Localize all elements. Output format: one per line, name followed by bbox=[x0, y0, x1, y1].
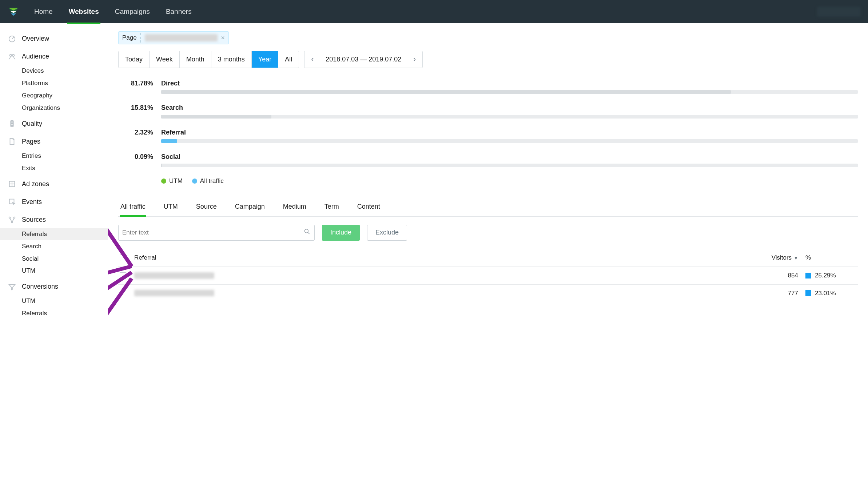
svg-point-6 bbox=[12, 125, 13, 126]
traffic-bar bbox=[161, 164, 858, 167]
traffic-source-chart: 81.78%Direct15.81%Search2.32%Referral0.0… bbox=[118, 79, 858, 185]
col-referral[interactable]: Referral bbox=[134, 253, 754, 262]
exclude-button[interactable]: Exclude bbox=[367, 225, 407, 241]
cell-referral bbox=[134, 290, 754, 296]
svg-point-1 bbox=[10, 54, 12, 56]
col-percent[interactable]: % bbox=[805, 253, 856, 262]
nav-banners[interactable]: Banners bbox=[164, 0, 193, 24]
sidebar-sub-conv-utm[interactable]: UTM bbox=[0, 295, 108, 307]
traffic-row: 2.32%Referral bbox=[122, 128, 858, 143]
sort-desc-icon: ▼ bbox=[794, 256, 798, 261]
tab-utm[interactable]: UTM bbox=[163, 198, 179, 216]
date-picker[interactable]: ‹ 2018.07.03 — 2019.07.02 › bbox=[304, 51, 423, 68]
range-today[interactable]: Today bbox=[119, 51, 150, 68]
sidebar-sub-utm[interactable]: UTM bbox=[0, 265, 108, 277]
traffic-bar bbox=[161, 90, 858, 94]
pct-swatch-icon bbox=[805, 273, 811, 278]
sidebar-label: Quality bbox=[22, 119, 42, 128]
traffic-name: Direct bbox=[161, 79, 858, 88]
filter-input[interactable] bbox=[122, 229, 303, 236]
legend-label: UTM bbox=[169, 177, 183, 185]
sidebar-sub-exits[interactable]: Exits bbox=[0, 162, 108, 175]
legend-all-traffic: All traffic bbox=[192, 177, 224, 185]
range-year[interactable]: Year bbox=[252, 51, 278, 68]
sidebar-sub-referrals[interactable]: Referrals bbox=[0, 228, 108, 240]
include-button[interactable]: Include bbox=[322, 225, 360, 241]
tab-term[interactable]: Term bbox=[324, 198, 340, 216]
date-range-label: 2018.07.03 — 2019.07.02 bbox=[320, 51, 406, 68]
svg-point-2 bbox=[12, 54, 14, 56]
next-range-button[interactable]: › bbox=[406, 54, 422, 65]
row-checkbox[interactable] bbox=[120, 290, 126, 296]
page-filter-chip[interactable]: Page × bbox=[118, 31, 229, 44]
sidebar-item-adzones[interactable]: Ad zones bbox=[0, 176, 108, 192]
sidebar-label: Ad zones bbox=[22, 180, 49, 189]
legend-utm: UTM bbox=[161, 177, 183, 185]
range-segments: Today Week Month 3 months Year All bbox=[118, 51, 299, 68]
sidebar-item-pages[interactable]: Pages bbox=[0, 133, 108, 150]
referrals-table: Referral Visitors▼ % 85425.29%77723.01% bbox=[118, 249, 858, 302]
sidebar-sub-social[interactable]: Social bbox=[0, 253, 108, 265]
tab-source[interactable]: Source bbox=[195, 198, 218, 216]
table-row[interactable]: 85425.29% bbox=[118, 267, 858, 285]
sidebar-sub-search[interactable]: Search bbox=[0, 240, 108, 253]
tab-medium[interactable]: Medium bbox=[282, 198, 307, 216]
user-menu[interactable] bbox=[817, 7, 861, 17]
sidebar-sub-devices[interactable]: Devices bbox=[0, 65, 108, 77]
sidebar-sub-entries[interactable]: Entries bbox=[0, 150, 108, 162]
legend-label: All traffic bbox=[200, 177, 224, 185]
page-filter-label: Page bbox=[122, 33, 137, 42]
page-icon bbox=[8, 137, 16, 145]
chart-legend: UTM All traffic bbox=[122, 177, 858, 185]
funnel-icon bbox=[8, 283, 16, 291]
page-filter-value bbox=[145, 34, 218, 41]
select-all-checkbox[interactable] bbox=[120, 254, 126, 261]
cell-referral bbox=[134, 272, 754, 279]
traffic-name: Social bbox=[161, 152, 858, 161]
sidebar-item-audience[interactable]: Audience bbox=[0, 48, 108, 65]
row-checkbox[interactable] bbox=[120, 272, 126, 279]
sidebar-item-overview[interactable]: Overview bbox=[0, 31, 108, 47]
close-icon[interactable]: × bbox=[221, 33, 225, 42]
svg-point-5 bbox=[12, 123, 13, 124]
nav-home[interactable]: Home bbox=[33, 0, 54, 24]
svg-point-10 bbox=[14, 217, 15, 218]
sidebar-label: Audience bbox=[22, 52, 49, 61]
cell-percent: 25.29% bbox=[805, 271, 856, 280]
sidebar-label: Events bbox=[22, 197, 42, 207]
tab-campaign[interactable]: Campaign bbox=[234, 198, 266, 216]
sidebar-label: Overview bbox=[22, 34, 49, 43]
table-filter-row: Include Exclude bbox=[118, 225, 858, 241]
nav-campaigns[interactable]: Campaigns bbox=[114, 0, 151, 24]
traffic-pct: 81.78% bbox=[122, 79, 153, 88]
filter-search-box[interactable] bbox=[118, 225, 315, 241]
users-icon bbox=[8, 53, 16, 61]
sidebar-label: Sources bbox=[22, 215, 46, 224]
sidebar-item-sources[interactable]: Sources bbox=[0, 212, 108, 228]
sidebar-item-conversions[interactable]: Conversions bbox=[0, 278, 108, 295]
sidebar-item-events[interactable]: Events bbox=[0, 194, 108, 210]
cell-percent: 23.01% bbox=[805, 289, 856, 298]
sidebar-sub-conv-referrals[interactable]: Referrals bbox=[0, 307, 108, 320]
sidebar-sub-organizations[interactable]: Organizations bbox=[0, 102, 108, 114]
sidebar-sub-geography[interactable]: Geography bbox=[0, 89, 108, 102]
traffic-row: 0.09%Social bbox=[122, 152, 858, 167]
cell-visitors: 777 bbox=[754, 289, 805, 298]
tab-content[interactable]: Content bbox=[357, 198, 381, 216]
grid-icon bbox=[8, 180, 16, 188]
divider bbox=[140, 33, 141, 43]
prev-range-button[interactable]: ‹ bbox=[304, 54, 320, 65]
date-range-bar: Today Week Month 3 months Year All ‹ 201… bbox=[118, 51, 858, 68]
svg-point-9 bbox=[9, 217, 11, 218]
sidebar-item-quality[interactable]: Quality bbox=[0, 116, 108, 132]
range-month[interactable]: Month bbox=[180, 51, 211, 68]
sidebar-sub-platforms[interactable]: Platforms bbox=[0, 77, 108, 89]
table-row[interactable]: 77723.01% bbox=[118, 285, 858, 302]
tab-all-traffic[interactable]: All traffic bbox=[120, 198, 146, 216]
range-week[interactable]: Week bbox=[150, 51, 180, 68]
col-visitors[interactable]: Visitors▼ bbox=[754, 253, 805, 262]
range-all[interactable]: All bbox=[278, 51, 299, 68]
branch-icon bbox=[8, 216, 16, 224]
range-3months[interactable]: 3 months bbox=[211, 51, 252, 68]
nav-websites[interactable]: Websites bbox=[67, 0, 100, 24]
